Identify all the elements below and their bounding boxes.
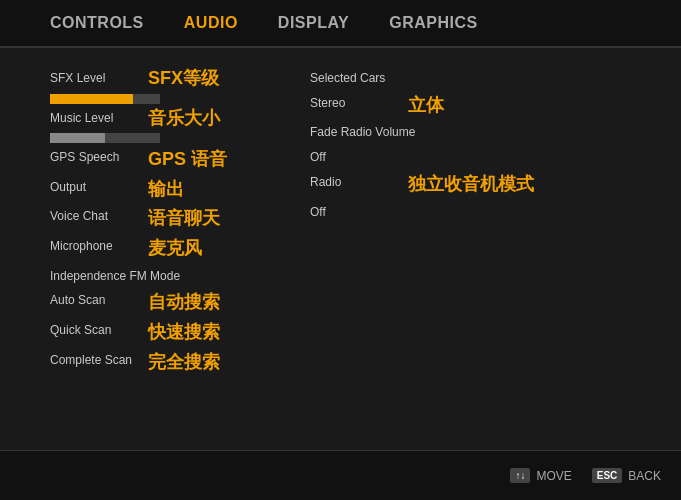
nav-controls[interactable]: Controls [50,14,144,32]
autoscan-label: Auto Scan [50,292,140,309]
radio-label: Radio [310,174,400,191]
voicechat-row: Voice Chat 语音聊天 [50,206,250,232]
selected-cars-label: Selected Cars [310,70,385,87]
gps-label: GPS Speech [50,149,140,166]
back-label: BACK [628,469,661,483]
autoscan-label-cn: 自动搜索 [148,292,220,314]
music-label-cn: 音乐大小 [148,108,220,130]
quickscan-label-cn: 快速搜索 [148,322,220,344]
music-progress-fill [50,133,105,143]
stereo-label: Stereo [310,95,400,112]
music-progress-bar[interactable] [50,133,160,143]
stereo-label-cn: 立体 [408,95,444,117]
completescan-row: Complete Scan 完全搜索 [50,350,250,376]
completescan-label: Complete Scan [50,352,140,369]
main-content: SFX Level SFX等级 Music Level 音乐大小 GPS Spe… [0,48,681,450]
gps-speech-row: GPS Speech GPS 语音 [50,147,250,173]
sfx-label-cn: SFX等级 [148,68,219,90]
completescan-label-cn: 完全搜索 [148,352,220,374]
microphone-row: Microphone 麦克风 [50,236,250,262]
quickscan-label: Quick Scan [50,322,140,339]
nav-bar: Controls Audio Display Graphics [0,0,681,48]
left-column: SFX Level SFX等级 Music Level 音乐大小 GPS Spe… [50,68,250,430]
microphone-label: Microphone [50,238,140,255]
independence-fm-row: Independence FM Mode [50,266,250,287]
output-row: Output 输出 [50,177,250,203]
selected-cars-row: Selected Cars [310,68,534,89]
sfx-progress-fill [50,94,133,104]
off2-row: Off [310,202,534,223]
output-label-cn: 输出 [148,179,184,201]
fade-radio-label: Fade Radio Volume [310,124,415,141]
radio-row: Radio 独立收音机模式 [310,172,534,198]
nav-audio[interactable]: Audio [184,14,238,32]
fade-radio-row: Fade Radio Volume [310,122,534,143]
nav-graphics[interactable]: Graphics [389,14,477,32]
gps-label-cn: GPS 语音 [148,149,227,171]
off1-label: Off [310,149,326,166]
voicechat-label-cn: 语音聊天 [148,208,220,230]
sfx-progress-bar[interactable] [50,94,160,104]
music-label: Music Level [50,110,140,127]
right-column: Selected Cars Stereo 立体 Fade Radio Volum… [310,68,534,430]
nav-display[interactable]: Display [278,14,349,32]
stereo-row: Stereo 立体 [310,93,534,119]
move-keys: ↑↓ [510,468,530,483]
quickscan-row: Quick Scan 快速搜索 [50,320,250,346]
voicechat-label: Voice Chat [50,208,140,225]
autoscan-row: Auto Scan 自动搜索 [50,290,250,316]
sfx-level-row: SFX Level SFX等级 [50,68,250,104]
radio-label-cn: 独立收音机模式 [408,174,534,196]
off1-row: Off [310,147,534,168]
bottom-bar: ↑↓ MOVE ESC BACK [0,450,681,500]
microphone-label-cn: 麦克风 [148,238,202,260]
sfx-label: SFX Level [50,70,140,87]
move-hint: ↑↓ MOVE [510,468,571,483]
move-label: MOVE [536,469,571,483]
back-key: ESC [592,468,623,483]
music-level-row: Music Level 音乐大小 [50,108,250,144]
output-label: Output [50,179,140,196]
independence-fm-label: Independence FM Mode [50,268,180,285]
back-hint: ESC BACK [592,468,661,483]
off2-label: Off [310,204,326,221]
